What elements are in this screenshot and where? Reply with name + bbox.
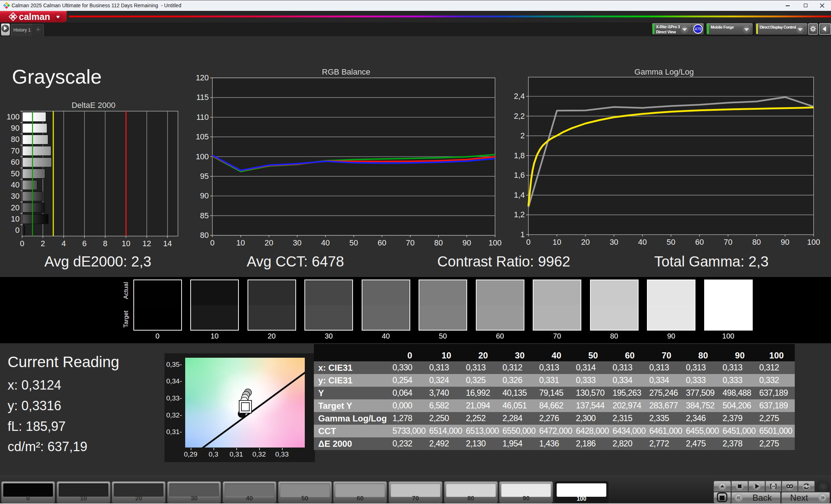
svg-text:105: 105 xyxy=(196,133,209,141)
svg-text:115: 115 xyxy=(196,93,209,102)
svg-text:50: 50 xyxy=(667,238,676,247)
svg-text:100: 100 xyxy=(7,113,20,121)
svg-text:90: 90 xyxy=(781,238,789,247)
svg-text:2,2: 2,2 xyxy=(514,112,525,121)
svg-text:80: 80 xyxy=(200,231,209,240)
svg-text:2: 2 xyxy=(520,131,525,140)
svg-text:110: 110 xyxy=(196,113,209,122)
svg-text:1: 1 xyxy=(520,230,525,239)
svg-text:60: 60 xyxy=(378,239,386,247)
svg-text:95: 95 xyxy=(200,172,209,181)
svg-text:0: 0 xyxy=(526,238,531,247)
svg-text:60: 60 xyxy=(11,158,20,167)
svg-text:80: 80 xyxy=(434,239,443,247)
svg-text:40: 40 xyxy=(321,239,330,247)
svg-text:0: 0 xyxy=(20,239,24,248)
svg-text:90: 90 xyxy=(462,239,471,247)
svg-text:2,4: 2,4 xyxy=(514,92,525,101)
svg-text:1,6: 1,6 xyxy=(514,171,525,180)
svg-text:40: 40 xyxy=(11,181,20,189)
svg-text:100: 100 xyxy=(489,239,502,247)
svg-text:100: 100 xyxy=(807,238,820,247)
svg-text:6: 6 xyxy=(82,239,87,248)
svg-text:85: 85 xyxy=(200,211,209,220)
svg-text:14: 14 xyxy=(163,239,172,248)
svg-text:70: 70 xyxy=(724,238,732,247)
svg-text:120: 120 xyxy=(196,74,209,82)
svg-text:20: 20 xyxy=(581,238,590,247)
svg-text:10: 10 xyxy=(236,239,245,247)
svg-text:RGB Balance: RGB Balance xyxy=(322,67,370,76)
svg-text:90: 90 xyxy=(11,124,20,133)
svg-text:4: 4 xyxy=(62,239,66,248)
svg-text:30: 30 xyxy=(610,238,618,247)
svg-text:70: 70 xyxy=(11,147,20,155)
svg-text:10: 10 xyxy=(11,215,20,223)
svg-text:1,2: 1,2 xyxy=(514,210,525,219)
svg-text:100: 100 xyxy=(196,152,209,161)
svg-text:0: 0 xyxy=(15,226,20,235)
svg-text:Gamma Log/Log: Gamma Log/Log xyxy=(635,67,694,76)
svg-text:90: 90 xyxy=(200,192,209,200)
svg-text:DeltaE 2000: DeltaE 2000 xyxy=(71,101,115,110)
svg-text:20: 20 xyxy=(11,203,20,212)
svg-text:20: 20 xyxy=(265,239,273,247)
svg-text:70: 70 xyxy=(406,239,415,247)
svg-text:60: 60 xyxy=(695,238,704,247)
svg-text:50: 50 xyxy=(11,169,20,178)
svg-text:80: 80 xyxy=(11,135,20,144)
svg-text:0: 0 xyxy=(210,239,215,247)
svg-text:40: 40 xyxy=(638,238,647,247)
svg-text:1,4: 1,4 xyxy=(514,191,525,200)
svg-text:10: 10 xyxy=(553,238,561,247)
svg-text:1,8: 1,8 xyxy=(514,151,525,160)
svg-text:10: 10 xyxy=(122,239,130,248)
svg-text:2: 2 xyxy=(41,239,45,248)
svg-text:80: 80 xyxy=(752,238,761,247)
svg-text:8: 8 xyxy=(103,239,107,248)
svg-text:50: 50 xyxy=(349,239,358,247)
svg-text:30: 30 xyxy=(11,192,20,201)
svg-text:12: 12 xyxy=(142,239,151,248)
svg-text:30: 30 xyxy=(293,239,302,247)
